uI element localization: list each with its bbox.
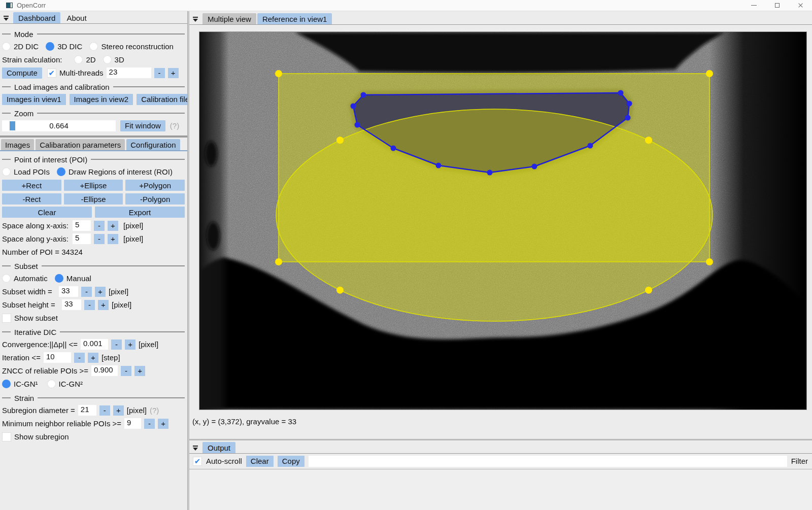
section-poi: Point of interest (POI): [2, 155, 185, 164]
zoom-value: 0.664: [2, 120, 116, 131]
radio-icgn1[interactable]: [2, 380, 11, 388]
iteration-label: Iteration <=: [2, 353, 41, 362]
show-subset-label: Show subset: [14, 314, 58, 322]
maximize-icon: [775, 3, 780, 8]
subregion-plus-button[interactable]: +: [113, 405, 124, 416]
convergence-minus-button[interactable]: -: [111, 339, 122, 350]
sub-rect-button[interactable]: -Rect: [2, 193, 61, 205]
sub-polygon-button[interactable]: -Polygon: [125, 193, 185, 205]
space-y-plus-button[interactable]: +: [108, 234, 118, 244]
minimize-icon: [751, 5, 757, 6]
radio-2d-dic[interactable]: [2, 42, 11, 51]
subregion-diameter-input[interactable]: 21: [78, 405, 96, 416]
subset-width-input[interactable]: 33: [59, 286, 78, 297]
subset-width-minus-button[interactable]: -: [81, 287, 92, 297]
section-mode: Mode: [2, 29, 185, 39]
radio-automatic[interactable]: [2, 274, 11, 283]
add-polygon-button[interactable]: +Polygon: [125, 180, 185, 191]
space-x-minus-button[interactable]: -: [94, 221, 105, 231]
radio-strain-3d[interactable]: [103, 55, 112, 64]
iteration-minus-button[interactable]: -: [74, 353, 85, 363]
radio-3d-dic[interactable]: [46, 42, 54, 51]
radio-strain-2d[interactable]: [74, 55, 83, 64]
tab-calibration-parameters[interactable]: Calibaration parameters: [36, 139, 125, 150]
iteration-plus-button[interactable]: +: [88, 353, 98, 363]
zncc-input[interactable]: 0.900: [91, 365, 118, 376]
min-neighbor-minus-button[interactable]: -: [144, 419, 155, 429]
multi-threads-input[interactable]: 23: [107, 67, 151, 78]
titlebar: OpenCorr: [0, 0, 812, 11]
radio-stereo[interactable]: [89, 42, 98, 51]
close-button[interactable]: [789, 0, 812, 11]
images-view1-button[interactable]: Images in view1: [2, 94, 66, 105]
output-copy-button[interactable]: Copy: [278, 456, 304, 467]
tab-reference-view1[interactable]: Reference in view1: [257, 13, 332, 24]
min-neighbor-plus-button[interactable]: +: [158, 419, 168, 429]
multi-threads-minus-button[interactable]: -: [154, 68, 165, 78]
radio-icgn2[interactable]: [47, 380, 56, 388]
tab-about[interactable]: About: [61, 12, 91, 23]
images-view2-button[interactable]: Images in view2: [70, 94, 133, 105]
radio-load-pois-label: Load POIs: [14, 167, 50, 176]
subregion-minus-button[interactable]: -: [99, 405, 110, 416]
radio-manual[interactable]: [55, 274, 63, 283]
subset-height-plus-button[interactable]: +: [98, 300, 109, 310]
tab-images[interactable]: Images: [1, 139, 34, 150]
multi-threads-plus-button[interactable]: +: [168, 68, 179, 78]
space-y-input[interactable]: 5: [73, 233, 91, 244]
minimize-button[interactable]: [742, 0, 765, 11]
add-rect-button[interactable]: +Rect: [2, 180, 61, 191]
add-ellipse-button[interactable]: +Ellipse: [64, 180, 123, 191]
subset-height-minus-button[interactable]: -: [84, 300, 95, 310]
fit-window-button[interactable]: Fit window: [120, 120, 165, 131]
convergence-input[interactable]: 0.001: [81, 339, 108, 350]
view-tabbar: Multiple view Reference in view1: [189, 12, 812, 25]
radio-manual-label: Manual: [66, 274, 91, 283]
zncc-minus-button[interactable]: -: [121, 366, 131, 376]
zncc-plus-button[interactable]: +: [134, 366, 145, 376]
subset-width-plus-button[interactable]: +: [95, 287, 106, 297]
specimen-image[interactable]: [199, 32, 806, 410]
show-subregion-checkbox[interactable]: [2, 432, 11, 441]
space-x-input[interactable]: 5: [73, 220, 91, 231]
min-neighbor-input[interactable]: 9: [124, 418, 141, 429]
compute-button[interactable]: Compute: [2, 67, 42, 79]
autoscroll-label: Auto-scroll: [206, 457, 242, 465]
iteration-input[interactable]: 10: [44, 352, 71, 363]
radio-draw-roi[interactable]: [57, 167, 65, 176]
tab-dashboard[interactable]: Dashboard: [13, 12, 60, 23]
output-console[interactable]: [189, 469, 812, 510]
tab-multiple-view[interactable]: Multiple view: [202, 13, 256, 24]
clear-button[interactable]: Clear: [2, 207, 92, 218]
tab-configuration[interactable]: Configuration: [126, 139, 180, 150]
zoom-slider[interactable]: 0.664: [2, 120, 116, 131]
dock-collapse-icon[interactable]: [192, 445, 198, 451]
subregion-help[interactable]: (?): [150, 406, 159, 415]
roi-overlay[interactable]: [275, 70, 713, 321]
subset-height-input[interactable]: 33: [62, 299, 81, 310]
multi-threads-checkbox[interactable]: [47, 69, 56, 78]
output-clear-button[interactable]: Clear: [246, 456, 274, 467]
autoscroll-checkbox[interactable]: [193, 457, 202, 466]
window-title: OpenCorr: [17, 2, 46, 9]
sub-ellipse-button[interactable]: -Ellipse: [64, 193, 123, 205]
export-button[interactable]: Export: [95, 207, 185, 218]
output-filter-input[interactable]: [309, 456, 787, 467]
calibration-file-button[interactable]: Calibration file: [137, 94, 194, 105]
dock-collapse-icon[interactable]: [192, 16, 198, 22]
left-tabbar: Dashboard About: [0, 11, 187, 24]
maximize-button[interactable]: [765, 0, 789, 11]
radio-load-pois[interactable]: [2, 167, 11, 176]
show-subset-checkbox[interactable]: [2, 314, 11, 323]
horizontal-splitter[interactable]: [189, 439, 812, 440]
space-y-minus-button[interactable]: -: [94, 234, 105, 244]
cursor-status-text: (x, y) = (3,372), grayvalue = 33: [192, 416, 296, 426]
tab-output[interactable]: Output: [202, 442, 235, 453]
convergence-plus-button[interactable]: +: [125, 339, 136, 350]
space-x-plus-button[interactable]: +: [108, 221, 118, 231]
dock-collapse-icon[interactable]: [3, 15, 9, 21]
zncc-label: ZNCC of reliable POIs >=: [2, 366, 88, 375]
zoom-help[interactable]: (?): [170, 121, 179, 130]
section-strain: Strain: [2, 393, 185, 402]
dashboard-panel: Dashboard About Mode 2D DIC 3D DIC Stere…: [0, 11, 187, 510]
